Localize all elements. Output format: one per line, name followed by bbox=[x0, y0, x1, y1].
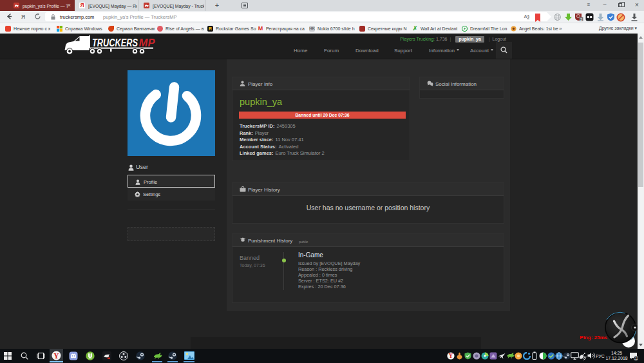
start-button[interactable] bbox=[4, 352, 12, 360]
tray-icon[interactable] bbox=[456, 352, 463, 360]
extension-frigate-icon[interactable]: 2 bbox=[574, 13, 583, 21]
username-chip[interactable]: pupkin_ya bbox=[455, 36, 484, 43]
extension-savefrom-icon[interactable] bbox=[564, 13, 573, 21]
taskbar-yandex-browser[interactable]: Y bbox=[50, 349, 63, 363]
taskbar-steam[interactable] bbox=[136, 351, 145, 360]
sidebar-user-header: User bbox=[128, 164, 215, 172]
logo-text-truckers: TRUCKERS bbox=[92, 37, 138, 49]
truckersmp-logo[interactable]: TRUCKERS MP bbox=[63, 35, 160, 55]
sidebar-item-profile[interactable]: Profile bbox=[128, 175, 215, 188]
truckersmp-favicon bbox=[144, 3, 149, 8]
nav-account[interactable]: Account bbox=[470, 48, 493, 54]
tray-disc-icon[interactable] bbox=[481, 352, 489, 360]
bookmark-item[interactable]: Rise of Angels — в bbox=[157, 23, 204, 34]
extension-downloader-icon[interactable] bbox=[596, 13, 605, 21]
yandex-zen-button[interactable]: Я bbox=[21, 14, 25, 20]
punishment-visibility: public bbox=[299, 240, 308, 244]
window-close-icon[interactable]: × bbox=[630, 0, 644, 10]
bookmark-item[interactable]: Нежное порно с х bbox=[5, 23, 50, 34]
tab-panel-icon[interactable] bbox=[242, 3, 248, 8]
tray-shield-icon[interactable] bbox=[464, 352, 471, 360]
tray-yandex-icon[interactable]: Y bbox=[447, 352, 455, 360]
other-bookmarks-button[interactable]: Другие закладки ▾ bbox=[599, 23, 637, 34]
extension-globe-icon[interactable] bbox=[553, 13, 562, 21]
reload-icon[interactable] bbox=[34, 13, 41, 20]
extension-adblock-icon[interactable] bbox=[616, 13, 625, 21]
bookmark-item[interactable]: R Rockstar Games So bbox=[207, 23, 256, 34]
tray-clock[interactable]: 14:25 17.12.2018 bbox=[605, 351, 629, 361]
tray-plane-icon[interactable] bbox=[498, 352, 506, 360]
page-scrollbar[interactable] bbox=[638, 34, 644, 349]
nav-home[interactable]: Home bbox=[294, 48, 307, 54]
nav-support[interactable]: Support bbox=[394, 48, 412, 54]
bookmark-favicon-deviantart: ✗ bbox=[412, 26, 418, 32]
bookmark-item[interactable]: HK Nokia 6700 slide h bbox=[309, 23, 355, 34]
taskbar-obs[interactable] bbox=[119, 351, 128, 360]
bookmark-item[interactable]: M Регистрация на са bbox=[258, 23, 305, 34]
tray-split-circle-icon[interactable] bbox=[539, 352, 547, 360]
nav-forum[interactable]: Forum bbox=[324, 48, 339, 54]
tray-blue-ring-icon[interactable] bbox=[523, 352, 531, 360]
scrollbar-up-icon[interactable] bbox=[639, 36, 643, 39]
bookmark-item[interactable]: Dreamfall The Lon bbox=[462, 23, 507, 34]
address-bar[interactable]: truckersmp.com pupkin_ya's Profile — Tru… bbox=[45, 12, 547, 21]
bookmark-flag-icon[interactable] bbox=[535, 14, 540, 20]
extension-adguard-icon[interactable] bbox=[585, 13, 594, 21]
window-restore-icon[interactable] bbox=[614, 0, 628, 10]
taskbar-photos-app[interactable] bbox=[184, 349, 194, 363]
taskbar-search-icon[interactable] bbox=[21, 352, 28, 360]
taskbar-green-app[interactable] bbox=[152, 349, 162, 363]
tab-2[interactable]: Я [EVOQUE] Mayday — Янде bbox=[75, 0, 138, 11]
browser-menu-icon[interactable]: ≡ bbox=[582, 0, 596, 10]
gear-icon bbox=[135, 191, 140, 197]
nav-information[interactable]: Information bbox=[429, 48, 459, 54]
taskbar-utorrent[interactable] bbox=[86, 351, 95, 360]
tray-orange-icon[interactable] bbox=[515, 352, 522, 360]
url-domain[interactable]: truckersmp.com bbox=[60, 14, 94, 20]
task-view-icon[interactable] bbox=[37, 352, 45, 360]
window-minimize-icon[interactable]: – bbox=[598, 0, 612, 10]
info-field: TruckersMP ID:2459305 bbox=[240, 123, 296, 129]
new-tab-button[interactable]: + bbox=[213, 2, 221, 9]
tab-3[interactable]: [EVOQUE] Mayday - Trucke bbox=[139, 0, 205, 11]
players-trucking-label: Players Trucking: bbox=[400, 37, 435, 41]
bookmark-item[interactable]: Справка Windows bbox=[57, 23, 102, 34]
tray-orb-icon[interactable] bbox=[473, 352, 480, 360]
sidebar-item-settings[interactable]: Settings bbox=[128, 188, 215, 201]
tray-blue-green-icon[interactable] bbox=[547, 352, 555, 360]
tray-purple-icon[interactable] bbox=[489, 352, 497, 360]
notification-center-icon[interactable]: 1 bbox=[629, 352, 638, 360]
tray-steam-icon[interactable] bbox=[563, 352, 571, 360]
tray-language[interactable]: РУС bbox=[596, 354, 605, 358]
lock-icon[interactable] bbox=[51, 14, 55, 19]
taskbar-discord[interactable] bbox=[69, 351, 78, 360]
bookmark-item[interactable]: Angel Beats: 1st be bbox=[511, 23, 558, 34]
bookmarks-overflow-chevron[interactable]: » bbox=[559, 23, 562, 34]
logout-link[interactable]: Logout bbox=[493, 37, 506, 41]
tab-active[interactable]: pupkin_ya's Profile — Tr × bbox=[0, 0, 75, 11]
tray-battery-icon[interactable] bbox=[532, 351, 537, 360]
tray-time: 14:25 bbox=[605, 351, 629, 356]
nav-search-button[interactable] bbox=[496, 42, 512, 59]
downloads-icon[interactable] bbox=[630, 13, 638, 21]
translate-icon[interactable]: Aѯ bbox=[524, 14, 529, 19]
tray-speaker-icon[interactable] bbox=[587, 352, 596, 359]
scrollbar-thumb[interactable] bbox=[638, 43, 643, 187]
back-icon[interactable] bbox=[6, 13, 13, 20]
tab-close-icon[interactable]: × bbox=[68, 3, 71, 8]
scrollbar-down-icon[interactable] bbox=[639, 344, 643, 346]
nav-download[interactable]: Download bbox=[355, 48, 379, 54]
tray-lamp-icon[interactable] bbox=[506, 352, 515, 359]
taskbar-driverbooster[interactable] bbox=[102, 351, 111, 360]
info-field: Linked games:Euro Truck Simulator 2 bbox=[240, 150, 325, 156]
tray-globe-icon[interactable] bbox=[555, 352, 563, 360]
tray-satellite-icon[interactable] bbox=[578, 352, 587, 360]
timeline-dot bbox=[282, 259, 286, 262]
punishment-detail: Reason : Reckless driving bbox=[298, 266, 352, 272]
bookmark-item[interactable]: Секретные коды N bbox=[359, 23, 407, 34]
extension-shield-icon[interactable] bbox=[607, 13, 615, 21]
taskbar-steam-2[interactable] bbox=[167, 349, 178, 363]
punishment-detail: Server : ETS2: EU #2 bbox=[298, 278, 343, 284]
bookmark-item[interactable]: Сериал Ванпанчм bbox=[108, 23, 155, 34]
bookmark-item[interactable]: ✗ Wall Art at Deviant bbox=[412, 23, 457, 34]
